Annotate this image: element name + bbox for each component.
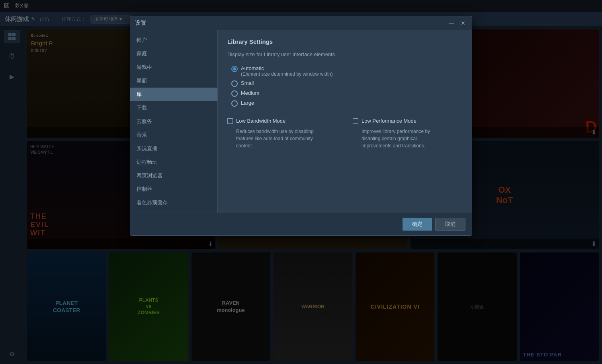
checkbox-bandwidth[interactable] bbox=[227, 118, 233, 124]
nav-item-account[interactable]: 帐户 bbox=[130, 33, 217, 47]
radio-circle-small bbox=[231, 80, 238, 87]
dialog-footer: 确定 取消 bbox=[130, 213, 472, 235]
cancel-button[interactable]: 取消 bbox=[435, 218, 465, 231]
nav-item-ingame[interactable]: 游戏中 bbox=[130, 61, 217, 74]
nav-item-broadcast[interactable]: 实况直播 bbox=[130, 142, 217, 155]
checkbox-bandwidth-item[interactable]: Low Bandwidth Mode bbox=[227, 118, 337, 124]
confirm-button[interactable]: 确定 bbox=[403, 218, 432, 231]
nav-item-shader[interactable]: 着色器预缓存 bbox=[130, 196, 217, 209]
radio-label-large: Large bbox=[241, 100, 254, 106]
checkbox-section-performance: Low Performance Mode Improves library pe… bbox=[353, 118, 462, 149]
radio-small[interactable]: Small bbox=[231, 80, 462, 87]
close-button[interactable]: ✕ bbox=[459, 20, 467, 26]
checkbox-section-bandwidth: Low Bandwidth Mode Reduces bandwidth use… bbox=[227, 118, 337, 149]
dialog-title: 设置 bbox=[135, 20, 146, 27]
dialog-overlay: 设置 — ✕ 帐户 家庭 游戏中 界面 库 下载 云服务 音乐 实况直播 远程畅… bbox=[0, 0, 602, 364]
radio-sublabel-automatic: (Element size determined by window width… bbox=[241, 71, 333, 77]
dialog-controls: — ✕ bbox=[447, 20, 467, 26]
display-size-options: Automatic (Element size determined by wi… bbox=[231, 65, 462, 107]
dialog-body: 帐户 家庭 游戏中 界面 库 下载 云服务 音乐 实况直播 远程畅玩 网页浏览器… bbox=[130, 30, 472, 213]
radio-label-medium: Medium bbox=[241, 90, 259, 96]
nav-item-remoteplay[interactable]: 远程畅玩 bbox=[130, 155, 217, 169]
radio-circle-medium bbox=[231, 90, 238, 97]
dialog-titlebar: 设置 — ✕ bbox=[130, 16, 472, 30]
radio-automatic[interactable]: Automatic (Element size determined by wi… bbox=[231, 65, 462, 77]
nav-item-family[interactable]: 家庭 bbox=[130, 47, 217, 61]
checkbox-bandwidth-label: Low Bandwidth Mode bbox=[236, 118, 285, 124]
settings-dialog: 设置 — ✕ 帐户 家庭 游戏中 界面 库 下载 云服务 音乐 实况直播 远程畅… bbox=[130, 16, 472, 236]
checkbox-row: Low Bandwidth Mode Reduces bandwidth use… bbox=[227, 118, 462, 149]
checkbox-bandwidth-desc: Reduces bandwidth use by disablingfeatur… bbox=[236, 128, 337, 149]
radio-circle-large bbox=[231, 100, 238, 107]
nav-item-interface[interactable]: 界面 bbox=[130, 74, 217, 88]
checkbox-performance-item[interactable]: Low Performance Mode bbox=[353, 118, 462, 124]
nav-item-browser[interactable]: 网页浏览器 bbox=[130, 169, 217, 182]
minimize-button[interactable]: — bbox=[447, 20, 456, 26]
section-title: Library Settings bbox=[227, 38, 462, 45]
radio-large[interactable]: Large bbox=[231, 100, 462, 107]
nav-item-music[interactable]: 音乐 bbox=[130, 128, 217, 142]
radio-circle-automatic bbox=[231, 66, 238, 72]
radio-medium[interactable]: Medium bbox=[231, 90, 462, 97]
description-text: Display size for Library user interface … bbox=[227, 51, 462, 57]
nav-item-controller[interactable]: 控制器 bbox=[130, 182, 217, 196]
nav-item-cloud[interactable]: 云服务 bbox=[130, 115, 217, 128]
nav-item-library[interactable]: 库 bbox=[130, 88, 217, 101]
checkbox-performance-label: Low Performance Mode bbox=[362, 118, 416, 124]
dialog-content: Library Settings Display size for Librar… bbox=[218, 30, 472, 213]
settings-nav: 帐户 家庭 游戏中 界面 库 下载 云服务 音乐 实况直播 远程畅玩 网页浏览器… bbox=[130, 30, 218, 213]
nav-item-downloads[interactable]: 下载 bbox=[130, 101, 217, 115]
checkbox-performance[interactable] bbox=[353, 118, 358, 124]
checkbox-performance-desc: Improves library performance bydisabling… bbox=[362, 128, 462, 149]
radio-label-small: Small bbox=[241, 80, 254, 86]
radio-label-automatic: Automatic bbox=[241, 65, 333, 71]
